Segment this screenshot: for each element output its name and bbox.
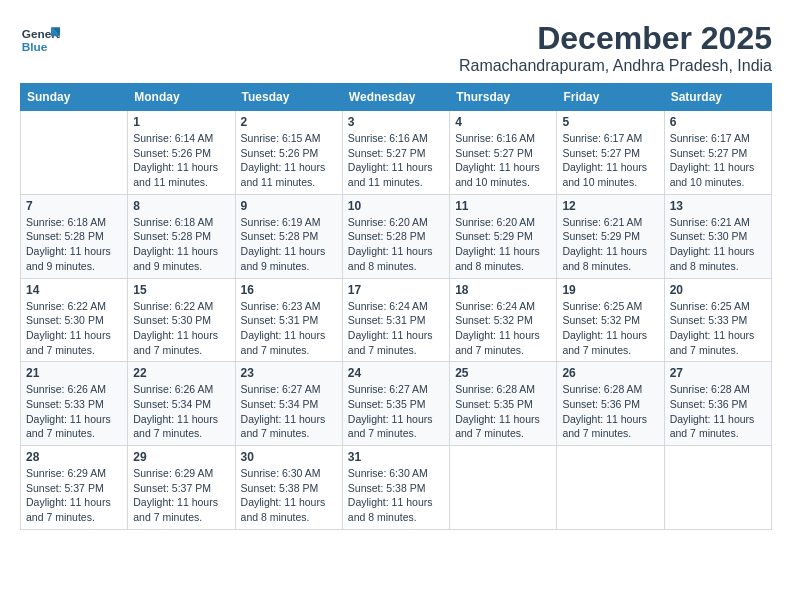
day-info: Sunrise: 6:20 AMSunset: 5:29 PMDaylight:… xyxy=(455,215,551,274)
calendar-cell: 1Sunrise: 6:14 AMSunset: 5:26 PMDaylight… xyxy=(128,111,235,195)
calendar-cell: 18Sunrise: 6:24 AMSunset: 5:32 PMDayligh… xyxy=(450,278,557,362)
sunrise-text: Sunrise: 6:24 AM xyxy=(455,299,551,314)
calendar-cell: 27Sunrise: 6:28 AMSunset: 5:36 PMDayligh… xyxy=(664,362,771,446)
sunset-text: Sunset: 5:27 PM xyxy=(562,146,658,161)
calendar-cell: 3Sunrise: 6:16 AMSunset: 5:27 PMDaylight… xyxy=(342,111,449,195)
weekday-header-thursday: Thursday xyxy=(450,84,557,111)
day-number: 14 xyxy=(26,283,122,297)
daylight-text: Daylight: 11 hours and 8 minutes. xyxy=(455,244,551,273)
day-number: 13 xyxy=(670,199,766,213)
daylight-text: Daylight: 11 hours and 11 minutes. xyxy=(348,160,444,189)
day-number: 20 xyxy=(670,283,766,297)
sunrise-text: Sunrise: 6:17 AM xyxy=(670,131,766,146)
day-number: 16 xyxy=(241,283,337,297)
sunrise-text: Sunrise: 6:30 AM xyxy=(241,466,337,481)
location-title: Ramachandrapuram, Andhra Pradesh, India xyxy=(459,57,772,75)
day-info: Sunrise: 6:21 AMSunset: 5:30 PMDaylight:… xyxy=(670,215,766,274)
daylight-text: Daylight: 11 hours and 8 minutes. xyxy=(562,244,658,273)
sunrise-text: Sunrise: 6:21 AM xyxy=(670,215,766,230)
day-info: Sunrise: 6:24 AMSunset: 5:32 PMDaylight:… xyxy=(455,299,551,358)
sunset-text: Sunset: 5:36 PM xyxy=(562,397,658,412)
sunset-text: Sunset: 5:31 PM xyxy=(348,313,444,328)
sunrise-text: Sunrise: 6:27 AM xyxy=(241,382,337,397)
daylight-text: Daylight: 11 hours and 7 minutes. xyxy=(26,412,122,441)
month-title: December 2025 xyxy=(459,20,772,57)
sunset-text: Sunset: 5:27 PM xyxy=(670,146,766,161)
weekday-header-sunday: Sunday xyxy=(21,84,128,111)
calendar-cell: 19Sunrise: 6:25 AMSunset: 5:32 PMDayligh… xyxy=(557,278,664,362)
day-number: 17 xyxy=(348,283,444,297)
day-info: Sunrise: 6:27 AMSunset: 5:35 PMDaylight:… xyxy=(348,382,444,441)
title-block: December 2025 Ramachandrapuram, Andhra P… xyxy=(459,20,772,75)
day-info: Sunrise: 6:17 AMSunset: 5:27 PMDaylight:… xyxy=(562,131,658,190)
calendar-cell xyxy=(557,446,664,530)
day-number: 22 xyxy=(133,366,229,380)
day-number: 21 xyxy=(26,366,122,380)
sunrise-text: Sunrise: 6:20 AM xyxy=(455,215,551,230)
day-number: 3 xyxy=(348,115,444,129)
day-number: 1 xyxy=(133,115,229,129)
sunrise-text: Sunrise: 6:20 AM xyxy=(348,215,444,230)
day-info: Sunrise: 6:29 AMSunset: 5:37 PMDaylight:… xyxy=(133,466,229,525)
day-number: 2 xyxy=(241,115,337,129)
calendar-cell: 4Sunrise: 6:16 AMSunset: 5:27 PMDaylight… xyxy=(450,111,557,195)
weekday-header-monday: Monday xyxy=(128,84,235,111)
calendar-cell: 10Sunrise: 6:20 AMSunset: 5:28 PMDayligh… xyxy=(342,194,449,278)
calendar-week-row: 7Sunrise: 6:18 AMSunset: 5:28 PMDaylight… xyxy=(21,194,772,278)
day-info: Sunrise: 6:18 AMSunset: 5:28 PMDaylight:… xyxy=(26,215,122,274)
svg-text:Blue: Blue xyxy=(22,40,48,54)
daylight-text: Daylight: 11 hours and 7 minutes. xyxy=(670,328,766,357)
daylight-text: Daylight: 11 hours and 7 minutes. xyxy=(562,328,658,357)
daylight-text: Daylight: 11 hours and 9 minutes. xyxy=(133,244,229,273)
sunset-text: Sunset: 5:37 PM xyxy=(133,481,229,496)
sunrise-text: Sunrise: 6:23 AM xyxy=(241,299,337,314)
sunset-text: Sunset: 5:34 PM xyxy=(133,397,229,412)
day-info: Sunrise: 6:24 AMSunset: 5:31 PMDaylight:… xyxy=(348,299,444,358)
sunset-text: Sunset: 5:29 PM xyxy=(455,229,551,244)
daylight-text: Daylight: 11 hours and 9 minutes. xyxy=(26,244,122,273)
daylight-text: Daylight: 11 hours and 7 minutes. xyxy=(348,412,444,441)
calendar-cell: 15Sunrise: 6:22 AMSunset: 5:30 PMDayligh… xyxy=(128,278,235,362)
calendar-week-row: 1Sunrise: 6:14 AMSunset: 5:26 PMDaylight… xyxy=(21,111,772,195)
sunrise-text: Sunrise: 6:28 AM xyxy=(670,382,766,397)
daylight-text: Daylight: 11 hours and 9 minutes. xyxy=(241,244,337,273)
daylight-text: Daylight: 11 hours and 8 minutes. xyxy=(670,244,766,273)
day-number: 28 xyxy=(26,450,122,464)
day-number: 24 xyxy=(348,366,444,380)
daylight-text: Daylight: 11 hours and 7 minutes. xyxy=(241,412,337,441)
calendar-cell: 28Sunrise: 6:29 AMSunset: 5:37 PMDayligh… xyxy=(21,446,128,530)
sunrise-text: Sunrise: 6:19 AM xyxy=(241,215,337,230)
day-number: 19 xyxy=(562,283,658,297)
calendar-cell: 17Sunrise: 6:24 AMSunset: 5:31 PMDayligh… xyxy=(342,278,449,362)
daylight-text: Daylight: 11 hours and 7 minutes. xyxy=(670,412,766,441)
daylight-text: Daylight: 11 hours and 10 minutes. xyxy=(670,160,766,189)
day-info: Sunrise: 6:27 AMSunset: 5:34 PMDaylight:… xyxy=(241,382,337,441)
sunset-text: Sunset: 5:32 PM xyxy=(455,313,551,328)
sunset-text: Sunset: 5:37 PM xyxy=(26,481,122,496)
sunset-text: Sunset: 5:27 PM xyxy=(455,146,551,161)
day-number: 5 xyxy=(562,115,658,129)
day-number: 8 xyxy=(133,199,229,213)
calendar-cell: 31Sunrise: 6:30 AMSunset: 5:38 PMDayligh… xyxy=(342,446,449,530)
calendar-week-row: 14Sunrise: 6:22 AMSunset: 5:30 PMDayligh… xyxy=(21,278,772,362)
day-info: Sunrise: 6:23 AMSunset: 5:31 PMDaylight:… xyxy=(241,299,337,358)
day-info: Sunrise: 6:21 AMSunset: 5:29 PMDaylight:… xyxy=(562,215,658,274)
sunset-text: Sunset: 5:31 PM xyxy=(241,313,337,328)
calendar-cell: 25Sunrise: 6:28 AMSunset: 5:35 PMDayligh… xyxy=(450,362,557,446)
sunset-text: Sunset: 5:30 PM xyxy=(26,313,122,328)
sunset-text: Sunset: 5:28 PM xyxy=(348,229,444,244)
sunset-text: Sunset: 5:28 PM xyxy=(241,229,337,244)
logo: General Blue xyxy=(20,20,64,60)
day-number: 10 xyxy=(348,199,444,213)
sunrise-text: Sunrise: 6:28 AM xyxy=(562,382,658,397)
daylight-text: Daylight: 11 hours and 7 minutes. xyxy=(455,328,551,357)
calendar-cell: 12Sunrise: 6:21 AMSunset: 5:29 PMDayligh… xyxy=(557,194,664,278)
day-number: 11 xyxy=(455,199,551,213)
calendar-cell: 9Sunrise: 6:19 AMSunset: 5:28 PMDaylight… xyxy=(235,194,342,278)
sunrise-text: Sunrise: 6:24 AM xyxy=(348,299,444,314)
sunset-text: Sunset: 5:35 PM xyxy=(455,397,551,412)
sunrise-text: Sunrise: 6:29 AM xyxy=(133,466,229,481)
day-info: Sunrise: 6:19 AMSunset: 5:28 PMDaylight:… xyxy=(241,215,337,274)
day-info: Sunrise: 6:30 AMSunset: 5:38 PMDaylight:… xyxy=(348,466,444,525)
sunrise-text: Sunrise: 6:18 AM xyxy=(26,215,122,230)
